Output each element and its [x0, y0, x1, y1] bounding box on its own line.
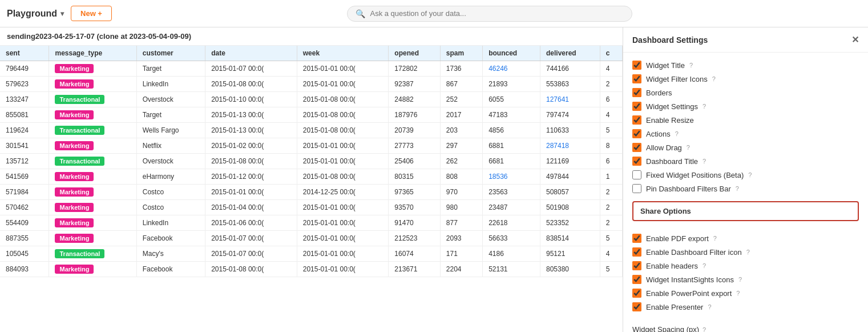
cell-message-type: Marketing	[49, 185, 136, 200]
help-icon-allow_drag[interactable]: ?	[687, 144, 690, 151]
setting-row-allow_drag: Allow Drag ?	[632, 141, 859, 154]
checkbox-widget_title[interactable]	[632, 61, 641, 70]
help-icon-widget_filter_icons[interactable]: ?	[712, 75, 716, 82]
cell-week: 2015-01-08 00:0(	[297, 92, 389, 107]
search-input[interactable]	[370, 9, 624, 18]
help-icon-dashboard_title[interactable]: ?	[703, 158, 706, 165]
cell-opened: 24882	[389, 92, 440, 107]
checkbox-widget_settings[interactable]	[632, 102, 641, 111]
cell-c: 2	[600, 200, 622, 215]
cell-opened: 97365	[389, 185, 440, 200]
widget-spacing-help-icon[interactable]: ?	[703, 326, 706, 333]
checkbox-borders[interactable]	[632, 88, 641, 97]
label-allow_drag: Allow Drag	[646, 143, 682, 152]
title-chevron-icon[interactable]: ▾	[60, 10, 64, 18]
cell-spam: 1736	[440, 61, 482, 77]
col-date: date	[205, 46, 297, 61]
checkbox-dashboard_title[interactable]	[632, 157, 641, 166]
table-row: 301541 Marketing Netflix 2015-01-02 00:0…	[0, 138, 623, 154]
close-button[interactable]: ✕	[851, 34, 859, 45]
cell-sent: 133247	[0, 92, 49, 107]
panel-header: Dashboard Settings ✕	[623, 27, 868, 53]
type-badge: Marketing	[55, 187, 94, 197]
table-row: 855081 Marketing Target 2015-01-13 00:0(…	[0, 107, 623, 123]
cell-message-type: Marketing	[49, 262, 136, 277]
checkbox-widget_instantsights_icons[interactable]	[632, 275, 641, 284]
type-badge: Marketing	[55, 110, 94, 119]
type-badge: Transactional	[55, 249, 104, 258]
cell-delivered[interactable]: 127641	[540, 92, 600, 107]
label-enable_presenter: Enable Presenter	[646, 303, 703, 311]
cell-opened: 212523	[389, 231, 440, 246]
setting-row-actions: Actions ?	[632, 127, 859, 141]
table-row: 105045 Transactional Macy's 2015-01-07 0…	[0, 246, 623, 262]
checkbox-allow_drag[interactable]	[632, 143, 641, 152]
cell-week: 2015-01-01 00:0(	[297, 138, 389, 154]
cell-bounced[interactable]: 46246	[483, 61, 540, 77]
checkbox-enable_resize[interactable]	[632, 115, 641, 125]
setting-row-borders: Borders	[632, 86, 859, 99]
checkbox-fixed_widget_positions[interactable]	[632, 170, 641, 179]
type-badge: Transactional	[55, 95, 104, 104]
cell-week: 2015-01-01 00:0(	[297, 61, 389, 77]
table-row: 887355 Marketing Facebook 2015-01-07 00:…	[0, 231, 623, 246]
help-icon-enable_dashboard_filter_icon[interactable]: ?	[746, 249, 750, 255]
label-dashboard_title: Dashboard Title	[646, 157, 698, 166]
help-icon-fixed_widget_positions[interactable]: ?	[748, 171, 752, 178]
panel-title-text: Dashboard Settings	[632, 35, 708, 45]
cell-customer: Costco	[136, 200, 205, 215]
help-icon-pin_dashboard_filters_bar[interactable]: ?	[736, 185, 739, 192]
help-icon-widget_title[interactable]: ?	[689, 62, 693, 69]
cell-message-type: Marketing	[49, 200, 136, 215]
checkbox-widget_filter_icons[interactable]	[632, 74, 641, 83]
cell-week: 2014-12-25 00:0(	[297, 185, 389, 200]
col-customer: customer	[136, 46, 205, 61]
cell-message-type: Transactional	[49, 154, 136, 169]
help-icon-enable_powerpoint_export[interactable]: ?	[736, 290, 740, 297]
cell-delivered: 95121	[540, 246, 600, 262]
col-bounced: bounced	[483, 46, 540, 61]
setting-row-pin_dashboard_filters_bar: Pin Dashboard Filters Bar ?	[632, 182, 859, 195]
cell-spam: 867	[440, 77, 482, 92]
cell-c: 2	[600, 215, 622, 231]
cell-delivered: 744166	[540, 61, 600, 77]
help-icon-enable_pdf_export[interactable]: ?	[713, 235, 717, 242]
cell-customer: Overstock	[136, 154, 205, 169]
cell-c: 5	[600, 231, 622, 246]
cell-date: 2015-01-06 00:0(	[205, 215, 297, 231]
checkbox-enable_pdf_export[interactable]	[632, 234, 641, 243]
checkbox-enable_powerpoint_export[interactable]	[632, 289, 641, 298]
label-enable_dashboard_filter_icon: Enable Dashboard Filter icon	[646, 248, 742, 257]
help-icon-enable_headers[interactable]: ?	[703, 262, 706, 269]
cell-delivered: 508057	[540, 185, 600, 200]
checkbox-enable_headers[interactable]	[632, 261, 641, 270]
checkbox-pin_dashboard_filters_bar[interactable]	[632, 184, 641, 193]
checkbox-actions[interactable]	[632, 129, 641, 138]
cell-bounced: 23487	[483, 200, 540, 215]
cell-delivered: 553863	[540, 77, 600, 92]
table-row: 796449 Marketing Target 2015-01-07 00:0(…	[0, 61, 623, 77]
type-badge: Marketing	[55, 203, 94, 212]
cell-message-type: Marketing	[49, 77, 136, 92]
cell-bounced: 23563	[483, 185, 540, 200]
cell-bounced[interactable]: 18536	[483, 169, 540, 185]
checkbox-enable_dashboard_filter_icon[interactable]	[632, 247, 641, 257]
table-row: 554409 Marketing LinkedIn 2015-01-06 00:…	[0, 215, 623, 231]
label-pin_dashboard_filters_bar: Pin Dashboard Filters Bar	[646, 185, 731, 193]
help-icon-enable_presenter[interactable]: ?	[708, 303, 711, 310]
help-icon-widget_settings[interactable]: ?	[703, 103, 706, 110]
setting-row-widget_settings: Widget Settings ?	[632, 99, 859, 113]
cell-delivered[interactable]: 287418	[540, 138, 600, 154]
new-button[interactable]: New +	[71, 6, 112, 21]
search-bar: 🔍	[347, 6, 632, 22]
cell-date: 2015-01-10 00:0(	[205, 92, 297, 107]
cell-spam: 171	[440, 246, 482, 262]
cell-delivered: 838514	[540, 231, 600, 246]
type-badge: Marketing	[55, 141, 94, 150]
search-icon: 🔍	[356, 9, 365, 18]
share-option-row-enable_headers: Enable headers ?	[632, 259, 859, 273]
help-icon-widget_instantsights_icons[interactable]: ?	[738, 276, 742, 283]
help-icon-actions[interactable]: ?	[675, 130, 679, 137]
cell-message-type: Transactional	[49, 246, 136, 262]
checkbox-enable_presenter[interactable]	[632, 302, 641, 311]
